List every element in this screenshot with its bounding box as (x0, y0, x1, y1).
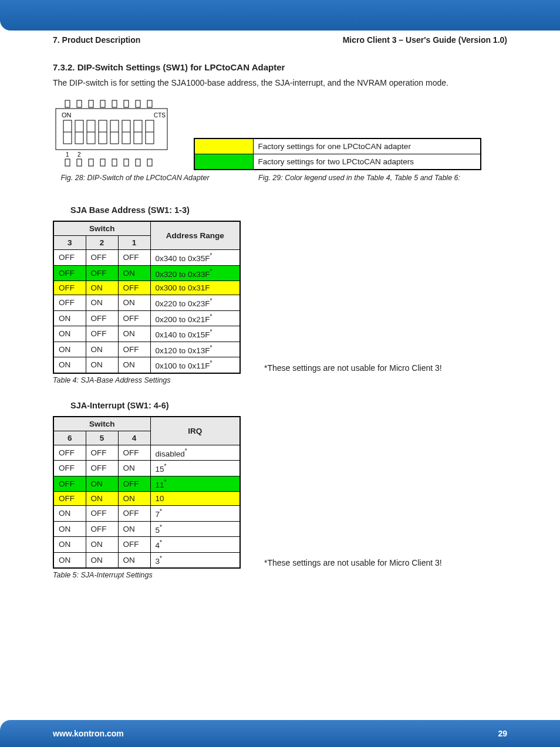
switch-cell: ON (118, 461, 150, 476)
value-cell: 11* (150, 476, 240, 492)
legend-swatch-yellow (194, 138, 253, 154)
svg-rect-31 (89, 159, 93, 166)
switch-cell: OFF (118, 537, 150, 553)
dip-switch-icon: ON CTS 1 2 (53, 98, 170, 168)
svg-rect-21 (65, 100, 70, 107)
switch-cell: ON (118, 521, 150, 537)
table5-irq-header: IRQ (150, 417, 240, 445)
table4-title: SJA Base Address (SW1: 1-3) (70, 205, 507, 215)
value-cell: 5* (150, 521, 240, 537)
switch-cell: OFF (118, 250, 150, 266)
switch-cell: OFF (53, 476, 86, 492)
value-cell: 0x300 to 0x31F (150, 281, 240, 295)
svg-rect-23 (89, 100, 93, 107)
table-row: ONONOFF4* (53, 537, 240, 553)
legend-swatch-green (194, 154, 253, 170)
fig29-caption: Fig. 29: Color legend used in the Table … (258, 174, 460, 182)
svg-rect-24 (100, 100, 105, 107)
value-cell: 0x100 to 0x11F* (150, 357, 240, 373)
sja-interrupt-table: Switch IRQ 6 5 4 OFFOFFOFFdisabled*OFFOF… (53, 416, 241, 569)
table4-caption: Table 4: SJA-Base Address Settings (53, 376, 241, 384)
table5-note: *These settings are not usable for Micro… (264, 558, 442, 567)
table-row: OFFOFFOFFdisabled* (53, 445, 240, 461)
svg-rect-25 (112, 100, 117, 107)
footer-page: 29 (498, 729, 507, 738)
switch-cell: ON (118, 357, 150, 373)
section-intro: The DIP-switch is for setting the SJA100… (53, 78, 507, 87)
value-cell: 0x140 to 0x15F* (150, 326, 240, 342)
dip-switch-figure: ON CTS 1 2 (53, 98, 170, 170)
switch-cell: OFF (53, 445, 86, 461)
table5-block: SJA-Interrupt (SW1: 4-6) Switch IRQ 6 5 … (53, 401, 507, 580)
switch-cell: ON (53, 537, 86, 553)
table4-col-1: 1 (118, 236, 150, 250)
top-bar (0, 0, 560, 31)
value-cell: 0x120 to 0x13F* (150, 342, 240, 357)
legend-text-yellow: Factory settings for one LPCtoCAN adapte… (253, 138, 481, 154)
switch-cell: ON (86, 552, 118, 568)
table-row: ONONON3* (53, 552, 240, 568)
switch-cell: ON (86, 295, 118, 311)
svg-text:2: 2 (77, 151, 81, 158)
value-cell: disabled* (150, 445, 240, 461)
header-right: Micro Client 3 – User's Guide (Version 1… (343, 35, 507, 45)
switch-cell: OFF (86, 326, 118, 342)
switch-cell: OFF (118, 506, 150, 522)
switch-cell: ON (53, 310, 86, 326)
table-row: OFFONON0x220 to 0x23F* (53, 295, 240, 311)
switch-cell: OFF (53, 281, 86, 295)
switch-cell: OFF (118, 342, 150, 357)
switch-cell: ON (53, 552, 86, 568)
table5-col-5: 5 (86, 431, 118, 445)
switch-cell: OFF (118, 310, 150, 326)
table-row: ONOFFOFF0x200 to 0x21F* (53, 310, 240, 326)
svg-rect-30 (77, 159, 82, 166)
section-heading: 7.3.2. DIP-Switch Settings (SW1) for LPC… (53, 62, 507, 72)
header-left: 7. Product Description (53, 35, 140, 45)
switch-cell: ON (86, 357, 118, 373)
page-footer: www.kontron.com 29 (0, 720, 560, 747)
svg-text:1: 1 (66, 151, 69, 158)
table-row: ONONOFF0x120 to 0x13F* (53, 342, 240, 357)
switch-cell: OFF (53, 461, 86, 476)
switch-cell: ON (86, 476, 118, 492)
switch-cell: ON (86, 537, 118, 553)
table4-col-3: 3 (53, 236, 86, 250)
table4-note: *These settings are not usable for Micro… (264, 363, 442, 373)
switch-cell: ON (118, 265, 150, 281)
legend-text-green: Factory settings for two LPCtoCAN adapte… (253, 154, 481, 170)
switch-cell: OFF (118, 281, 150, 295)
switch-cell: ON (86, 342, 118, 357)
switch-cell: ON (53, 521, 86, 537)
switch-cell: OFF (53, 250, 86, 266)
value-cell: 0x320 to 0x33F* (150, 265, 240, 281)
page-header: 7. Product Description Micro Client 3 – … (0, 31, 560, 45)
svg-rect-27 (136, 100, 140, 107)
switch-cell: OFF (86, 521, 118, 537)
table-row: OFFONON10 (53, 492, 240, 506)
switch-cell: OFF (118, 445, 150, 461)
svg-rect-22 (77, 100, 82, 107)
value-cell: 15* (150, 461, 240, 476)
table5-col-6: 6 (53, 431, 86, 445)
switch-cell: ON (118, 492, 150, 506)
figure-row: ON CTS 1 2 (53, 98, 507, 170)
switch-cell: ON (118, 295, 150, 311)
sja-base-address-table: Switch Address Range 3 2 1 OFFOFFOFF0x34… (53, 221, 241, 374)
switch-cell: ON (118, 552, 150, 568)
left-stripe (26, 0, 33, 31)
switch-cell: OFF (86, 265, 118, 281)
table4-range-header: Address Range (150, 221, 240, 250)
svg-rect-28 (147, 100, 152, 107)
svg-text:ON: ON (62, 111, 72, 119)
switch-cell: ON (53, 506, 86, 522)
switch-cell: ON (86, 281, 118, 295)
switch-cell: ON (118, 326, 150, 342)
switch-cell: ON (53, 342, 86, 357)
table-row: ONONON0x100 to 0x11F* (53, 357, 240, 373)
page-content: 7.3.2. DIP-Switch Settings (SW1) for LPC… (0, 45, 560, 579)
switch-cell: OFF (86, 445, 118, 461)
switch-cell: OFF (53, 492, 86, 506)
value-cell: 0x220 to 0x23F* (150, 295, 240, 311)
table-row: ONOFFON5* (53, 521, 240, 537)
